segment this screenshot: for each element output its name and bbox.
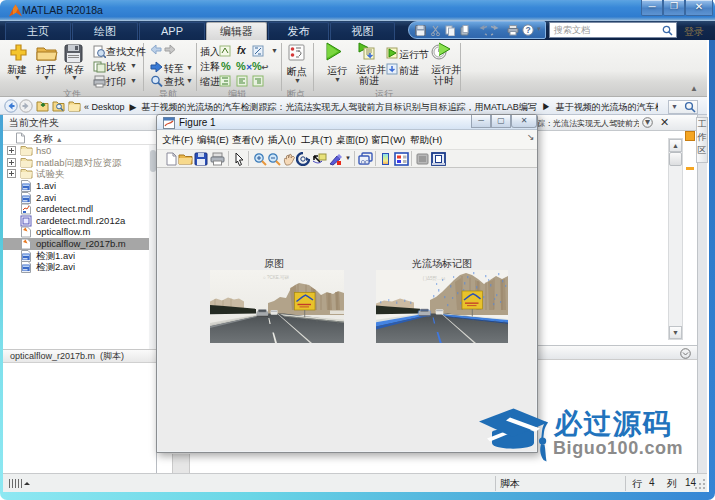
- svg-text:?: ?: [525, 25, 530, 35]
- svg-text:○ ?CKE.可硙: ○ ?CKE.可硙: [263, 275, 289, 280]
